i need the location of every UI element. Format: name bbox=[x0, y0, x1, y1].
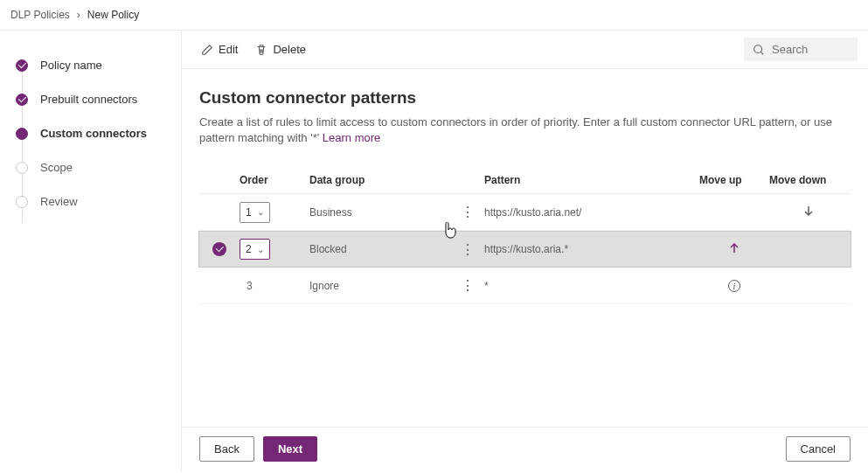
wizard-footer: Back Next Cancel bbox=[182, 427, 868, 470]
table-row[interactable]: 2 ⌄ Blocked ⋮ https://kusto.aria.* bbox=[198, 231, 851, 268]
page-description: Create a list of rules to limit access t… bbox=[199, 115, 846, 146]
delete-label: Delete bbox=[273, 43, 306, 56]
order-dropdown[interactable]: 1 ⌄ bbox=[240, 202, 270, 223]
content-pane: Edit Delete Custom connector patterns Cr… bbox=[182, 31, 868, 470]
nav-step-prebuilt-connectors[interactable]: Prebuilt connectors bbox=[10, 82, 174, 116]
nav-step-label: Policy name bbox=[40, 59, 102, 72]
data-group-cell: Blocked bbox=[309, 243, 449, 255]
chevron-down-icon: ⌄ bbox=[257, 245, 264, 254]
more-options-button[interactable]: ⋮ bbox=[449, 277, 484, 294]
desc-text: Create a list of rules to limit access t… bbox=[199, 115, 832, 144]
delete-icon bbox=[255, 44, 267, 56]
col-pattern[interactable]: Pattern bbox=[484, 174, 699, 186]
nav-step-label: Review bbox=[40, 195, 78, 208]
search-box[interactable] bbox=[744, 38, 858, 61]
col-data-group[interactable]: Data group bbox=[309, 174, 449, 186]
search-input[interactable] bbox=[772, 43, 842, 56]
info-icon[interactable]: i bbox=[728, 280, 740, 292]
nav-step-label: Scope bbox=[40, 161, 73, 174]
page-title: Custom connector patterns bbox=[199, 88, 851, 108]
chevron-down-icon: ⌄ bbox=[257, 207, 264, 217]
move-down-button[interactable] bbox=[769, 204, 848, 220]
pattern-cell: * bbox=[484, 280, 699, 292]
patterns-table: Order Data group Pattern Move up Move do… bbox=[199, 167, 851, 304]
arrow-up-icon bbox=[727, 241, 741, 255]
order-value: 1 bbox=[246, 206, 252, 219]
breadcrumb-current: New Policy bbox=[87, 9, 139, 21]
row-selected-check-icon[interactable] bbox=[212, 242, 226, 256]
nav-step-review[interactable]: Review bbox=[10, 184, 174, 219]
data-group-cell: Ignore bbox=[309, 280, 449, 292]
edit-button[interactable]: Edit bbox=[192, 38, 247, 61]
edit-label: Edit bbox=[219, 43, 238, 56]
nav-step-label: Prebuilt connectors bbox=[40, 93, 137, 106]
search-icon bbox=[753, 44, 765, 56]
col-order[interactable]: Order bbox=[240, 174, 309, 186]
command-bar: Edit Delete bbox=[182, 31, 868, 69]
nav-step-scope[interactable]: Scope bbox=[10, 150, 174, 184]
back-button[interactable]: Back bbox=[199, 436, 254, 462]
check-icon bbox=[16, 94, 28, 106]
delete-button[interactable]: Delete bbox=[247, 38, 315, 61]
table-header-row: Order Data group Pattern Move up Move do… bbox=[199, 167, 851, 194]
pattern-cell: https://kusto.aria.* bbox=[484, 243, 699, 255]
svg-point-0 bbox=[754, 45, 762, 52]
check-icon bbox=[16, 59, 28, 72]
arrow-down-icon bbox=[802, 204, 816, 218]
more-options-button[interactable]: ⋮ bbox=[449, 241, 484, 258]
nav-step-custom-connectors[interactable]: Custom connectors bbox=[10, 116, 174, 150]
wizard-side-nav: Policy name Prebuilt connectors Custom c… bbox=[0, 31, 182, 470]
table-row[interactable]: 3 Ignore ⋮ * i bbox=[199, 268, 851, 304]
col-move-up[interactable]: Move up bbox=[699, 174, 769, 186]
more-options-button[interactable]: ⋮ bbox=[449, 204, 484, 220]
table-row[interactable]: 1 ⌄ Business ⋮ https://kusto.aria.net/ bbox=[199, 194, 851, 231]
breadcrumb: DLP Policies › New Policy bbox=[0, 0, 868, 31]
col-move-down[interactable]: Move down bbox=[769, 174, 848, 186]
nav-step-label: Custom connectors bbox=[40, 127, 147, 140]
pending-step-icon bbox=[16, 162, 28, 174]
current-step-icon bbox=[16, 128, 28, 140]
breadcrumb-parent[interactable]: DLP Policies bbox=[10, 9, 70, 21]
order-value: 3 bbox=[240, 280, 253, 292]
data-group-cell: Business bbox=[309, 206, 449, 219]
breadcrumb-separator: › bbox=[77, 9, 80, 21]
order-dropdown[interactable]: 2 ⌄ bbox=[240, 239, 270, 260]
next-button[interactable]: Next bbox=[263, 436, 317, 462]
pattern-cell: https://kusto.aria.net/ bbox=[484, 206, 699, 219]
pending-step-icon bbox=[16, 196, 28, 208]
main-content: Custom connector patterns Create a list … bbox=[182, 69, 868, 427]
move-up-button[interactable] bbox=[699, 241, 769, 258]
cancel-button[interactable]: Cancel bbox=[786, 436, 851, 462]
learn-more-link[interactable]: Learn more bbox=[323, 131, 380, 144]
nav-step-policy-name[interactable]: Policy name bbox=[10, 48, 174, 82]
order-value: 2 bbox=[246, 243, 252, 255]
edit-icon bbox=[201, 44, 213, 56]
